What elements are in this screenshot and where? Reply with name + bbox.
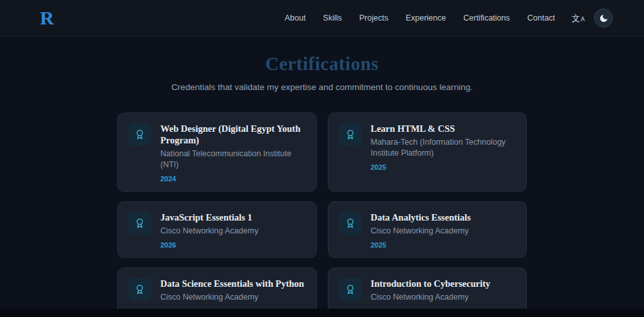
certification-year: 2025 bbox=[371, 241, 471, 249]
translate-icon-latin: A bbox=[581, 17, 585, 23]
moon-icon bbox=[599, 14, 609, 23]
award-icon bbox=[339, 123, 362, 146]
nav-link-about[interactable]: About bbox=[285, 14, 306, 23]
language-toggle-button[interactable]: 文 A bbox=[572, 14, 585, 23]
certification-issuer: National Telecommunication Institute (NT… bbox=[160, 149, 306, 170]
certification-card[interactable]: JavaScript Essentials 1 Cisco Networking… bbox=[117, 201, 317, 258]
certification-body: Data Analytics Essentials Cisco Networki… bbox=[371, 212, 471, 249]
nav-link-certifications[interactable]: Certifications bbox=[463, 14, 509, 23]
translate-icon: 文 bbox=[572, 14, 580, 23]
navbar: R About Skills Projects Experience Certi… bbox=[0, 0, 644, 37]
certification-title: Introduction to Cybersecurity bbox=[371, 278, 491, 289]
nav-icons: 文 A bbox=[572, 8, 613, 28]
certification-year: 2025 bbox=[371, 163, 516, 171]
certifications-grid: Web Designer (Digital Egypt Youth Progra… bbox=[117, 113, 527, 317]
certification-issuer: Cisco Networking Academy bbox=[371, 292, 491, 303]
certification-title: Data Science Essentials with Python bbox=[160, 278, 304, 289]
award-icon bbox=[128, 212, 151, 235]
nav-link-experience[interactable]: Experience bbox=[406, 14, 446, 23]
certification-card[interactable]: Web Designer (Digital Egypt Youth Progra… bbox=[117, 113, 317, 192]
page-title: Certifications bbox=[0, 53, 644, 75]
certification-issuer: Mahara-Tech (Information Technology Inst… bbox=[371, 137, 516, 159]
nav-link-skills[interactable]: Skills bbox=[323, 14, 342, 23]
page-subtitle: Credentials that validate my expertise a… bbox=[0, 82, 644, 92]
certification-year: 2026 bbox=[160, 241, 258, 249]
nav-links: About Skills Projects Experience Certifi… bbox=[285, 14, 555, 23]
certification-year: 2024 bbox=[160, 175, 306, 183]
certification-issuer: Cisco Networking Academy bbox=[160, 292, 304, 303]
site-logo[interactable]: R bbox=[40, 8, 54, 28]
next-section-edge bbox=[0, 309, 644, 317]
certification-card[interactable]: Learn HTML & CSS Mahara-Tech (Informatio… bbox=[328, 113, 527, 192]
certification-issuer: Cisco Networking Academy bbox=[371, 226, 471, 237]
certification-card[interactable]: Data Analytics Essentials Cisco Networki… bbox=[328, 201, 527, 258]
certification-body: Web Designer (Digital Egypt Youth Progra… bbox=[160, 123, 306, 183]
nav-link-contact[interactable]: Contact bbox=[527, 14, 555, 23]
award-icon bbox=[339, 212, 362, 235]
award-icon bbox=[128, 278, 151, 301]
certification-body: JavaScript Essentials 1 Cisco Networking… bbox=[160, 212, 258, 249]
certifications-section-header: Certifications Credentials that validate… bbox=[0, 53, 644, 92]
award-icon bbox=[128, 123, 151, 146]
certification-title: Web Designer (Digital Egypt Youth Progra… bbox=[160, 123, 306, 146]
certification-body: Learn HTML & CSS Mahara-Tech (Informatio… bbox=[371, 123, 516, 183]
certification-title: Data Analytics Essentials bbox=[371, 212, 471, 223]
award-icon bbox=[339, 278, 362, 301]
certification-title: Learn HTML & CSS bbox=[371, 123, 516, 134]
theme-toggle-button[interactable] bbox=[594, 8, 613, 28]
nav-link-projects[interactable]: Projects bbox=[359, 14, 388, 23]
certification-title: JavaScript Essentials 1 bbox=[160, 212, 258, 223]
certification-issuer: Cisco Networking Academy bbox=[160, 226, 258, 237]
